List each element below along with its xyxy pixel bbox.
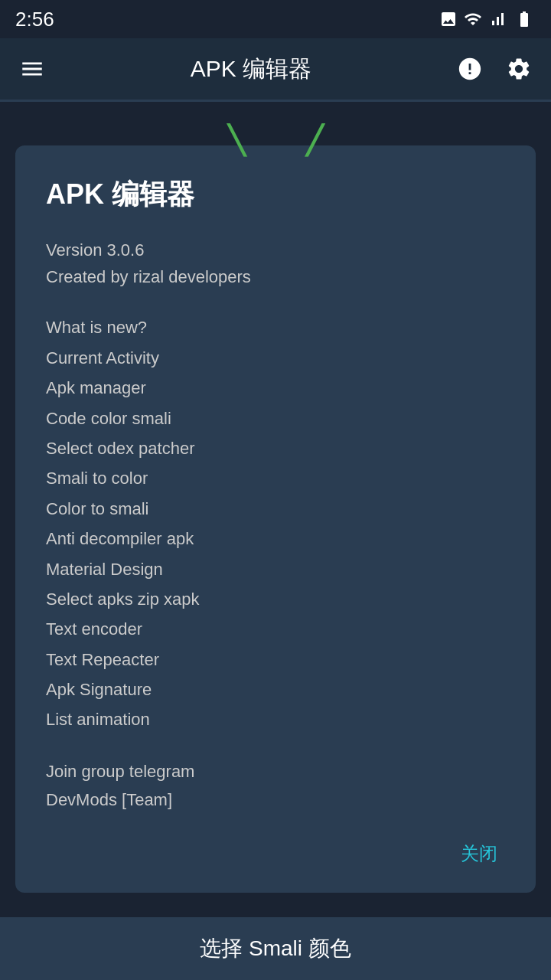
menu-button[interactable] (15, 52, 49, 86)
menu-item-list-animation[interactable]: List animation (46, 705, 505, 733)
menu-item-text-repeacter[interactable]: Text Repeacter (46, 645, 505, 674)
dialog-social-section: Join group telegram DevMods [Team] (46, 757, 505, 815)
status-icons (439, 10, 536, 28)
menu-item-code-color-smali[interactable]: Code color smali (46, 404, 505, 433)
main-content: ╲ ╱ APK 编辑器 Version 3.0.6 Created by riz… (0, 102, 551, 954)
created-by-text: Created by rizal developers (46, 263, 505, 290)
menu-item-anti-decompiler[interactable]: Anti decompiler apk (46, 524, 505, 553)
menu-item-current-activity[interactable]: Current Activity (46, 344, 505, 372)
app-bar: APK 编辑器 (0, 38, 551, 100)
app-bar-title: APK 编辑器 (64, 54, 438, 85)
bottom-action-bar: 选择 Smali 颜色 (0, 917, 551, 980)
battery-icon (513, 10, 536, 28)
menu-item-apk-signature[interactable]: Apk Signature (46, 675, 505, 704)
dialog-close-section: 关闭 (46, 838, 505, 870)
menu-item-what-is-new[interactable]: What is new? (46, 313, 505, 341)
bottom-action-label[interactable]: 选择 Smali 颜色 (200, 934, 351, 963)
devmods-team-text[interactable]: DevMods [Team] (46, 786, 505, 814)
alert-button[interactable] (453, 52, 487, 86)
menu-item-smali-to-color[interactable]: Smali to color (46, 464, 505, 492)
menu-item-select-odex-patcher[interactable]: Select odex patcher (46, 434, 505, 462)
settings-button[interactable] (502, 52, 536, 86)
alert-icon (457, 56, 483, 82)
menu-item-color-to-smali[interactable]: Color to smali (46, 495, 505, 523)
status-time: 2:56 (15, 8, 54, 31)
image-icon (439, 10, 458, 28)
dialog-menu-list: What is new? Current Activity Apk manage… (46, 313, 505, 733)
menu-icon (19, 56, 45, 82)
status-bar: 2:56 (0, 0, 551, 38)
menu-item-material-design[interactable]: Material Design (46, 555, 505, 583)
close-button[interactable]: 关闭 (453, 838, 505, 870)
dialog-title: APK 编辑器 (46, 176, 505, 214)
corner-right-icon: ╱ (306, 125, 323, 157)
join-telegram-text[interactable]: Join group telegram (46, 757, 505, 786)
version-text: Version 3.0.6 (46, 237, 505, 263)
corner-decorations: ╲ ╱ (15, 125, 536, 157)
menu-item-select-apks-zip[interactable]: Select apks zip xapk (46, 585, 505, 613)
menu-item-text-encoder[interactable]: Text encoder (46, 615, 505, 643)
dialog-version: Version 3.0.6 Created by rizal developer… (46, 237, 505, 290)
wifi-icon (464, 10, 482, 28)
signal-icon (488, 10, 507, 28)
menu-item-apk-manager[interactable]: Apk manager (46, 374, 505, 402)
settings-icon (506, 56, 532, 82)
about-dialog: APK 编辑器 Version 3.0.6 Created by rizal d… (15, 145, 536, 893)
corner-left-icon: ╲ (228, 125, 245, 157)
